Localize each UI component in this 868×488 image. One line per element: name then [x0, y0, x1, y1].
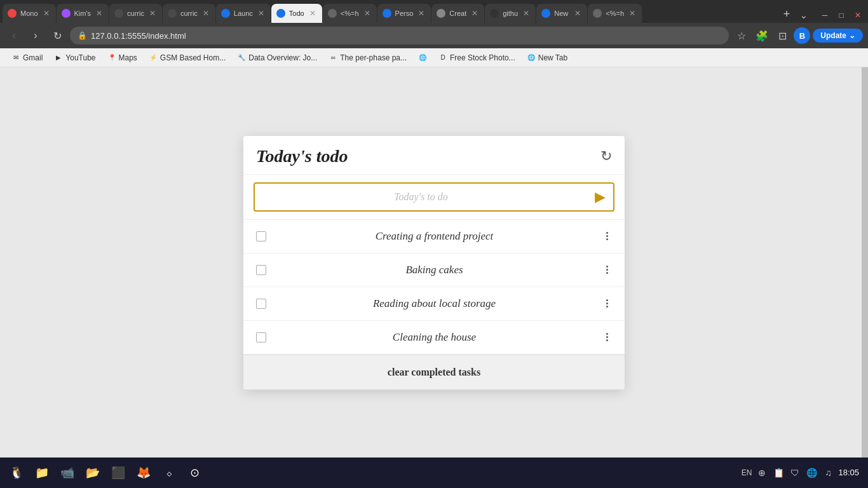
tab-bar: Mono ✕ Kim's ✕ curric ✕ curric ✕ Launc ✕… [0, 0, 868, 23]
tab-close-codefactor[interactable]: ✕ [363, 8, 372, 18]
tab-close-curric1[interactable]: ✕ [148, 8, 157, 18]
todo-menu-button-3[interactable] [602, 298, 612, 309]
tab-label-codefactor2: <%=h [606, 10, 624, 17]
minimize-button[interactable]: ─ [817, 8, 832, 23]
tab-codefactor2[interactable]: <%=h ✕ [588, 4, 642, 23]
tab-label-create: Creat [449, 10, 466, 17]
tab-label-pers: Perso [395, 10, 414, 17]
taskbar: 🐧📁📹📂⬛🦊⬦⊙ EN ⊕ 📋 🛡 🌐 ♫ 18:05 [0, 458, 868, 488]
todo-input[interactable] [255, 185, 587, 209]
zoom-icon[interactable]: 📹 [56, 461, 79, 484]
tab-create[interactable]: Creat ✕ [431, 4, 484, 23]
update-button[interactable]: Update ⌄ [813, 29, 863, 43]
close-button[interactable]: ✕ [850, 8, 865, 23]
tab-close-pers[interactable]: ✕ [417, 8, 426, 18]
bookmark-item-6[interactable]: 🌐 [413, 51, 432, 64]
maximize-button[interactable]: □ [834, 8, 849, 23]
todo-text-1: Creating a frontend project [275, 230, 593, 243]
vpn-icon[interactable]: 🛡 [789, 466, 801, 479]
ubuntu-icon[interactable]: 🐧 [5, 461, 28, 484]
forward-button[interactable]: › [27, 27, 44, 44]
todo-checkbox-3[interactable] [256, 299, 266, 309]
taskbar-time: 18:05 [838, 468, 859, 478]
bookmark-item-0[interactable]: ✉ Gmail [6, 51, 48, 64]
firefox-icon[interactable]: 🦊 [132, 461, 155, 484]
new-tab-button[interactable]: + [778, 5, 796, 23]
todo-checkbox-2[interactable] [256, 265, 266, 275]
wifi-icon[interactable]: 🌐 [805, 466, 818, 479]
bluetooth-icon[interactable]: ⊕ [756, 466, 768, 479]
tab-mono[interactable]: Mono ✕ [3, 4, 56, 23]
tab-label-mono: Mono [20, 10, 38, 17]
address-bar[interactable]: 🔒 127.0.0.1:5555/index.html [70, 27, 729, 44]
refresh-icon[interactable]: ↻ [600, 148, 612, 165]
tab-close-github[interactable]: ✕ [522, 8, 531, 18]
add-arrow-icon: ▶ [595, 189, 606, 205]
terminal-icon[interactable]: ⬛ [107, 461, 130, 484]
clear-button-label: clear completed tasks [388, 367, 480, 377]
vscode-icon[interactable]: ⬦ [158, 461, 180, 484]
bookmark-item-5[interactable]: ∞ The per-phase pa... [323, 51, 412, 64]
reload-button[interactable]: ↻ [48, 27, 66, 44]
bookmark-label-7: Free Stock Photo... [450, 53, 515, 62]
tab-kim[interactable]: Kim's ✕ [57, 4, 109, 23]
todo-checkbox-4[interactable] [256, 332, 266, 342]
clear-completed-button[interactable]: clear completed tasks [243, 355, 625, 390]
tab-new[interactable]: New ✕ [536, 4, 587, 23]
tab-close-create[interactable]: ✕ [470, 8, 479, 18]
bookmark-item-4[interactable]: 🔧 Data Overview: Jo... [232, 51, 322, 64]
language-indicator[interactable]: EN [742, 468, 752, 477]
bookmark-label-1: YouTube [65, 53, 95, 62]
tab-close-todo[interactable]: ✕ [308, 8, 317, 18]
extension-icon[interactable]: 🧩 [753, 27, 771, 44]
bookmark-item-2[interactable]: 📍 Maps [102, 51, 142, 64]
tab-label-kim: Kim's [74, 10, 92, 17]
bookmark-star-icon[interactable]: ☆ [733, 27, 750, 44]
tab-label-curric2: curric [180, 10, 198, 17]
bookmarks-bar: ✉ Gmail ▶ YouTube 📍 Maps ⚡ GSM Based Hom… [0, 48, 868, 67]
bookmark-favicon-0: ✉ [11, 53, 20, 62]
tab-close-new[interactable]: ✕ [573, 8, 582, 18]
tab-github[interactable]: githu ✕ [485, 4, 536, 23]
todo-menu-button-1[interactable] [602, 231, 612, 241]
todo-input-row: ▶ [254, 182, 614, 212]
back-button[interactable]: ‹ [5, 27, 23, 44]
todo-text-4: Cleaning the house [275, 331, 593, 344]
tab-search-button[interactable]: ⌄ [796, 8, 811, 23]
tab-close-launc[interactable]: ✕ [257, 8, 266, 18]
music-icon[interactable]: ♫ [822, 466, 834, 479]
bookmark-item-7[interactable]: D Free Stock Photo... [433, 51, 520, 64]
tab-curric1[interactable]: curric ✕ [109, 4, 162, 23]
todo-menu-button-4[interactable] [602, 332, 612, 342]
tab-todo[interactable]: Todo ✕ [271, 4, 322, 23]
tab-close-mono[interactable]: ✕ [42, 8, 51, 18]
bookmark-item-3[interactable]: ⚡ GSM Based Hom... [144, 51, 231, 64]
tab-close-kim[interactable]: ✕ [95, 8, 104, 18]
bookmark-favicon-4: 🔧 [237, 53, 246, 62]
nautilus-icon[interactable]: 📂 [81, 461, 104, 484]
profile-button[interactable]: B [794, 27, 810, 44]
bookmark-label-8: New Tab [538, 53, 567, 62]
bookmark-favicon-2: 📍 [107, 53, 116, 62]
tab-codefactor[interactable]: <%=h ✕ [323, 4, 377, 23]
todo-menu-button-2[interactable] [602, 264, 612, 275]
bookmark-favicon-3: ⚡ [149, 53, 158, 62]
bookmark-item-8[interactable]: 🌐 New Tab [522, 51, 573, 64]
clipboard-icon[interactable]: 📋 [772, 466, 785, 479]
todo-add-button[interactable]: ▶ [587, 184, 613, 210]
update-chevron-icon: ⌄ [849, 31, 855, 40]
chrome-icon[interactable]: ⊙ [183, 461, 206, 484]
todo-text-2: Baking cakes [275, 264, 593, 276]
todo-checkbox-1[interactable] [256, 231, 266, 241]
tab-close-codefactor2[interactable]: ✕ [628, 8, 637, 18]
tab-launc[interactable]: Launc ✕ [216, 4, 271, 23]
bookmark-item-1[interactable]: ▶ YouTube [49, 51, 100, 64]
files-icon[interactable]: 📁 [31, 461, 53, 484]
split-screen-icon[interactable]: ⊡ [773, 27, 791, 44]
todo-item-4: Cleaning the house [243, 321, 625, 355]
tab-pers[interactable]: Perso ✕ [377, 4, 431, 23]
security-icon: 🔒 [78, 31, 87, 40]
tab-close-curric2[interactable]: ✕ [201, 8, 210, 18]
todo-header: Today's todo ↻ [243, 136, 625, 175]
tab-curric2[interactable]: curric ✕ [163, 4, 215, 23]
